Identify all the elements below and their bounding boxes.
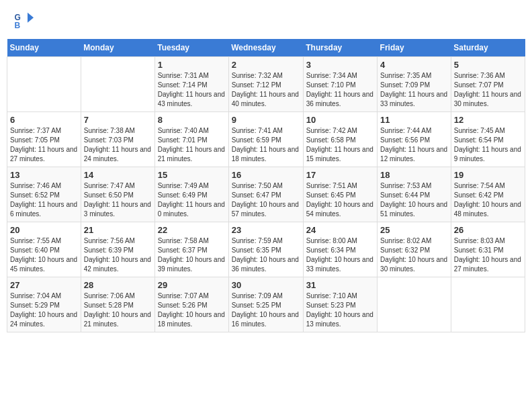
calendar-cell: 10Sunrise: 7:42 AM Sunset: 6:58 PM Dayli… bbox=[303, 112, 377, 167]
calendar-cell: 29Sunrise: 7:07 AM Sunset: 5:26 PM Dayli… bbox=[154, 277, 228, 332]
day-number: 14 bbox=[84, 170, 152, 180]
day-number: 22 bbox=[158, 225, 226, 235]
day-info: Sunrise: 8:00 AM Sunset: 6:34 PM Dayligh… bbox=[306, 236, 374, 274]
day-number: 8 bbox=[158, 115, 226, 125]
day-header-saturday: Saturday bbox=[451, 39, 525, 57]
day-number: 28 bbox=[84, 280, 152, 290]
day-number: 15 bbox=[158, 170, 226, 180]
day-info: Sunrise: 7:41 AM Sunset: 6:59 PM Dayligh… bbox=[232, 126, 300, 164]
day-number: 18 bbox=[380, 170, 448, 180]
calendar-week-4: 20Sunrise: 7:55 AM Sunset: 6:40 PM Dayli… bbox=[7, 222, 525, 277]
day-number: 23 bbox=[232, 225, 300, 235]
logo: G B bbox=[13, 10, 35, 30]
day-number: 13 bbox=[10, 170, 78, 180]
day-info: Sunrise: 7:56 AM Sunset: 6:39 PM Dayligh… bbox=[84, 236, 152, 274]
calendar-cell: 7Sunrise: 7:38 AM Sunset: 7:03 PM Daylig… bbox=[81, 112, 154, 167]
calendar-cell: 3Sunrise: 7:34 AM Sunset: 7:10 PM Daylig… bbox=[303, 57, 377, 112]
calendar-cell: 2Sunrise: 7:32 AM Sunset: 7:12 PM Daylig… bbox=[228, 57, 303, 112]
calendar-cell: 18Sunrise: 7:53 AM Sunset: 6:44 PM Dayli… bbox=[378, 167, 451, 222]
day-info: Sunrise: 7:06 AM Sunset: 5:28 PM Dayligh… bbox=[84, 291, 152, 329]
svg-marker-2 bbox=[28, 13, 34, 23]
day-info: Sunrise: 7:47 AM Sunset: 6:50 PM Dayligh… bbox=[84, 181, 152, 219]
calendar-cell: 12Sunrise: 7:45 AM Sunset: 6:54 PM Dayli… bbox=[451, 112, 525, 167]
day-info: Sunrise: 7:49 AM Sunset: 6:49 PM Dayligh… bbox=[158, 181, 226, 219]
day-number: 3 bbox=[306, 60, 374, 70]
calendar-cell bbox=[451, 277, 525, 332]
day-number: 4 bbox=[380, 60, 448, 70]
calendar-body: 1Sunrise: 7:31 AM Sunset: 7:14 PM Daylig… bbox=[7, 57, 525, 332]
calendar-cell: 27Sunrise: 7:04 AM Sunset: 5:29 PM Dayli… bbox=[7, 277, 81, 332]
day-info: Sunrise: 8:02 AM Sunset: 6:32 PM Dayligh… bbox=[380, 236, 448, 274]
day-info: Sunrise: 7:37 AM Sunset: 7:05 PM Dayligh… bbox=[10, 126, 78, 164]
calendar-cell: 24Sunrise: 8:00 AM Sunset: 6:34 PM Dayli… bbox=[303, 222, 377, 277]
day-number: 1 bbox=[158, 60, 226, 70]
calendar-table: SundayMondayTuesdayWednesdayThursdayFrid… bbox=[7, 39, 525, 332]
day-number: 21 bbox=[84, 225, 152, 235]
day-number: 20 bbox=[10, 225, 78, 235]
calendar-cell: 26Sunrise: 8:03 AM Sunset: 6:31 PM Dayli… bbox=[451, 222, 525, 277]
calendar-cell: 20Sunrise: 7:55 AM Sunset: 6:40 PM Dayli… bbox=[7, 222, 81, 277]
day-info: Sunrise: 7:10 AM Sunset: 5:23 PM Dayligh… bbox=[306, 291, 374, 329]
day-info: Sunrise: 8:03 AM Sunset: 6:31 PM Dayligh… bbox=[454, 236, 522, 274]
calendar-header-row: SundayMondayTuesdayWednesdayThursdayFrid… bbox=[7, 39, 525, 57]
day-header-tuesday: Tuesday bbox=[154, 39, 228, 57]
day-header-sunday: Sunday bbox=[7, 39, 81, 57]
day-info: Sunrise: 7:55 AM Sunset: 6:40 PM Dayligh… bbox=[10, 236, 78, 274]
calendar-cell: 4Sunrise: 7:35 AM Sunset: 7:09 PM Daylig… bbox=[378, 57, 451, 112]
day-info: Sunrise: 7:42 AM Sunset: 6:58 PM Dayligh… bbox=[306, 126, 374, 164]
day-header-thursday: Thursday bbox=[303, 39, 377, 57]
svg-text:B: B bbox=[15, 21, 21, 30]
day-info: Sunrise: 7:40 AM Sunset: 7:01 PM Dayligh… bbox=[158, 126, 226, 164]
day-info: Sunrise: 7:07 AM Sunset: 5:26 PM Dayligh… bbox=[158, 291, 226, 329]
calendar-cell: 14Sunrise: 7:47 AM Sunset: 6:50 PM Dayli… bbox=[81, 167, 154, 222]
day-info: Sunrise: 7:58 AM Sunset: 6:37 PM Dayligh… bbox=[158, 236, 226, 274]
day-number: 25 bbox=[380, 225, 448, 235]
calendar-cell: 28Sunrise: 7:06 AM Sunset: 5:28 PM Dayli… bbox=[81, 277, 154, 332]
calendar-cell bbox=[7, 57, 81, 112]
calendar-cell: 5Sunrise: 7:36 AM Sunset: 7:07 PM Daylig… bbox=[451, 57, 525, 112]
calendar-cell bbox=[378, 277, 451, 332]
day-number: 9 bbox=[232, 115, 300, 125]
day-info: Sunrise: 7:35 AM Sunset: 7:09 PM Dayligh… bbox=[380, 71, 448, 109]
day-info: Sunrise: 7:44 AM Sunset: 6:56 PM Dayligh… bbox=[380, 126, 448, 164]
day-info: Sunrise: 7:36 AM Sunset: 7:07 PM Dayligh… bbox=[454, 71, 522, 109]
day-info: Sunrise: 7:50 AM Sunset: 6:47 PM Dayligh… bbox=[232, 181, 300, 219]
day-header-friday: Friday bbox=[378, 39, 451, 57]
day-info: Sunrise: 7:53 AM Sunset: 6:44 PM Dayligh… bbox=[380, 181, 448, 219]
day-info: Sunrise: 7:04 AM Sunset: 5:29 PM Dayligh… bbox=[10, 291, 78, 329]
calendar-cell: 1Sunrise: 7:31 AM Sunset: 7:14 PM Daylig… bbox=[154, 57, 228, 112]
calendar-week-3: 13Sunrise: 7:46 AM Sunset: 6:52 PM Dayli… bbox=[7, 167, 525, 222]
calendar-cell: 21Sunrise: 7:56 AM Sunset: 6:39 PM Dayli… bbox=[81, 222, 154, 277]
day-number: 24 bbox=[306, 225, 374, 235]
calendar-cell: 6Sunrise: 7:37 AM Sunset: 7:05 PM Daylig… bbox=[7, 112, 81, 167]
day-number: 6 bbox=[10, 115, 78, 125]
calendar-cell: 13Sunrise: 7:46 AM Sunset: 6:52 PM Dayli… bbox=[7, 167, 81, 222]
page-header: G B bbox=[7, 7, 525, 34]
day-number: 11 bbox=[380, 115, 448, 125]
calendar-cell: 22Sunrise: 7:58 AM Sunset: 6:37 PM Dayli… bbox=[154, 222, 228, 277]
day-header-monday: Monday bbox=[81, 39, 154, 57]
day-number: 31 bbox=[306, 280, 374, 290]
calendar-week-1: 1Sunrise: 7:31 AM Sunset: 7:14 PM Daylig… bbox=[7, 57, 525, 112]
calendar-cell: 15Sunrise: 7:49 AM Sunset: 6:49 PM Dayli… bbox=[154, 167, 228, 222]
calendar-cell: 11Sunrise: 7:44 AM Sunset: 6:56 PM Dayli… bbox=[378, 112, 451, 167]
day-number: 5 bbox=[454, 60, 522, 70]
day-number: 26 bbox=[454, 225, 522, 235]
calendar-cell: 9Sunrise: 7:41 AM Sunset: 6:59 PM Daylig… bbox=[228, 112, 303, 167]
day-number: 2 bbox=[232, 60, 300, 70]
day-number: 19 bbox=[454, 170, 522, 180]
day-info: Sunrise: 7:59 AM Sunset: 6:35 PM Dayligh… bbox=[232, 236, 300, 274]
calendar-cell: 19Sunrise: 7:54 AM Sunset: 6:42 PM Dayli… bbox=[451, 167, 525, 222]
calendar-cell bbox=[81, 57, 154, 112]
day-number: 30 bbox=[232, 280, 300, 290]
day-number: 17 bbox=[306, 170, 374, 180]
day-info: Sunrise: 7:31 AM Sunset: 7:14 PM Dayligh… bbox=[158, 71, 226, 109]
calendar-cell: 17Sunrise: 7:51 AM Sunset: 6:45 PM Dayli… bbox=[303, 167, 377, 222]
day-info: Sunrise: 7:09 AM Sunset: 5:25 PM Dayligh… bbox=[232, 291, 300, 329]
day-info: Sunrise: 7:54 AM Sunset: 6:42 PM Dayligh… bbox=[454, 181, 522, 219]
day-info: Sunrise: 7:46 AM Sunset: 6:52 PM Dayligh… bbox=[10, 181, 78, 219]
calendar-cell: 25Sunrise: 8:02 AM Sunset: 6:32 PM Dayli… bbox=[378, 222, 451, 277]
day-number: 29 bbox=[158, 280, 226, 290]
calendar-cell: 30Sunrise: 7:09 AM Sunset: 5:25 PM Dayli… bbox=[228, 277, 303, 332]
day-info: Sunrise: 7:34 AM Sunset: 7:10 PM Dayligh… bbox=[306, 71, 374, 109]
